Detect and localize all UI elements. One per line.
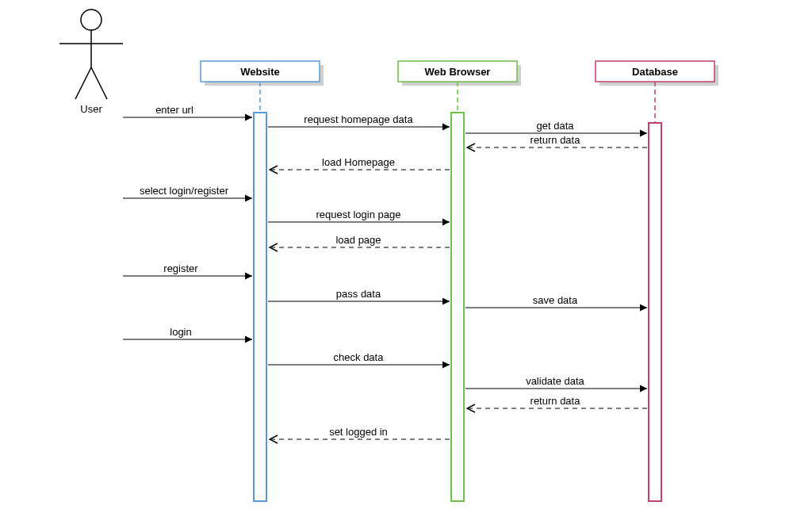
message-return-data-2: return data <box>467 395 647 408</box>
svg-line-3 <box>75 67 91 99</box>
actor-user: User <box>59 10 123 115</box>
message-label: validate data <box>526 375 584 387</box>
message-load-page: load page <box>270 234 450 247</box>
message-label: request login page <box>316 209 401 220</box>
message-return-data-1: return data <box>467 134 647 147</box>
message-label: check data <box>334 351 385 363</box>
message-select-login-register: select login/register <box>123 185 252 198</box>
activation-website <box>254 113 266 501</box>
activation-browser <box>451 113 464 501</box>
message-set-logged-in: set logged in <box>270 426 450 439</box>
message-load-homepage: load Homepage <box>270 156 450 170</box>
message-label: register <box>163 262 198 274</box>
activation-database <box>649 123 661 501</box>
message-label: set logged in <box>329 426 388 438</box>
message-label: pass data <box>336 288 381 300</box>
svg-point-0 <box>81 10 102 30</box>
message-label: request homepage data <box>304 113 413 125</box>
svg-line-4 <box>91 67 107 99</box>
message-validate-data: validate data <box>465 375 647 389</box>
message-request-login-page: request login page <box>268 209 450 222</box>
actor-label: User <box>80 103 102 115</box>
message-label: enter url <box>155 104 193 116</box>
message-enter-url: enter url <box>123 104 252 117</box>
message-pass-data: pass data <box>268 288 450 301</box>
message-get-data: get data <box>465 120 647 133</box>
participant-website: Website <box>201 61 324 113</box>
message-label: get data <box>537 120 575 132</box>
message-label: save data <box>533 294 578 306</box>
message-save-data: save data <box>465 294 647 308</box>
message-request-homepage-data: request homepage data <box>268 113 450 127</box>
message-label: load Homepage <box>322 156 395 168</box>
participant-database: Database <box>596 61 718 123</box>
message-register: register <box>123 262 252 276</box>
message-label: login <box>170 326 191 338</box>
participant-database-label: Database <box>632 66 678 78</box>
message-check-data: check data <box>268 351 450 365</box>
message-label: return data <box>530 134 581 146</box>
message-label: load page <box>335 234 381 246</box>
message-login: login <box>123 326 252 339</box>
message-label: select login/register <box>140 185 229 197</box>
participant-browser-label: Web Browser <box>425 66 491 78</box>
sequence-diagram: User Website Web Browser Database enter … <box>0 0 812 517</box>
participant-browser: Web Browser <box>398 61 521 113</box>
message-label: return data <box>530 395 581 407</box>
participant-website-label: Website <box>240 66 280 78</box>
